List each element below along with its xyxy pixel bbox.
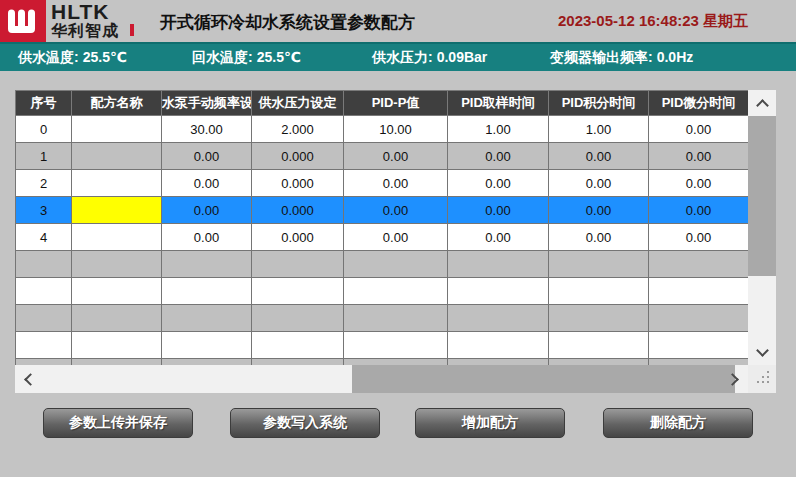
status-value: 25.5℃ — [257, 49, 301, 65]
cell-index[interactable]: 1 — [16, 143, 72, 170]
table-row[interactable]: 030.002.00010.001.001.000.00 — [16, 116, 749, 143]
cell-value[interactable]: 0.00 — [649, 116, 749, 143]
cell-value[interactable] — [649, 278, 749, 305]
table-row[interactable]: 20.000.0000.000.000.000.00 — [16, 170, 749, 197]
cell-value[interactable]: 0.00 — [344, 197, 448, 224]
cell-index[interactable] — [16, 332, 72, 359]
scroll-right-button[interactable] — [720, 365, 748, 393]
cell-value[interactable] — [448, 332, 549, 359]
cell-value[interactable]: 30.00 — [162, 116, 252, 143]
vertical-scrollbar[interactable] — [748, 90, 776, 365]
add-recipe-button[interactable]: 增加配方 — [415, 408, 565, 438]
cell-recipe-name[interactable] — [72, 224, 162, 251]
cell-recipe-name[interactable] — [72, 305, 162, 332]
cell-recipe-name[interactable] — [72, 116, 162, 143]
table-row[interactable] — [16, 305, 749, 332]
cell-value[interactable] — [162, 332, 252, 359]
cell-recipe-name[interactable] — [72, 278, 162, 305]
cell-value[interactable]: 0.00 — [549, 224, 649, 251]
cell-value[interactable]: 0.00 — [448, 224, 549, 251]
cell-value[interactable]: 0.00 — [162, 170, 252, 197]
table-row[interactable] — [16, 278, 749, 305]
column-header: PID积分时间 — [549, 91, 649, 116]
horizontal-scroll-thumb[interactable] — [352, 365, 735, 393]
cell-index[interactable]: 4 — [16, 224, 72, 251]
cell-value[interactable] — [162, 278, 252, 305]
cell-value[interactable] — [344, 251, 448, 278]
status-supply-pressure: 供水压力:0.09Bar — [372, 44, 487, 71]
cell-value[interactable]: 0.00 — [649, 224, 749, 251]
cell-value[interactable]: 0.00 — [344, 143, 448, 170]
cell-value[interactable]: 2.000 — [252, 116, 344, 143]
cell-value[interactable] — [252, 278, 344, 305]
resize-grip-icon[interactable] — [767, 371, 769, 373]
cell-value[interactable] — [252, 305, 344, 332]
cell-value[interactable] — [448, 305, 549, 332]
cell-value[interactable]: 0.00 — [649, 170, 749, 197]
cell-value[interactable] — [649, 332, 749, 359]
cell-value[interactable]: 0.000 — [252, 170, 344, 197]
cell-value[interactable]: 0.00 — [344, 224, 448, 251]
cell-value[interactable] — [252, 332, 344, 359]
table-row[interactable]: 30.000.0000.000.000.000.00 — [16, 197, 749, 224]
horizontal-scrollbar[interactable] — [15, 365, 748, 393]
cell-value[interactable]: 0.00 — [649, 143, 749, 170]
cell-value[interactable] — [649, 305, 749, 332]
cell-index[interactable]: 3 — [16, 197, 72, 224]
cell-value[interactable]: 1.00 — [448, 116, 549, 143]
cell-value[interactable]: 0.00 — [549, 170, 649, 197]
status-return-temp: 回水温度:25.5℃ — [192, 44, 301, 71]
upload-save-params-button[interactable]: 参数上传并保存 — [43, 408, 193, 438]
status-value: 0.09Bar — [437, 49, 488, 65]
cell-value[interactable]: 0.00 — [448, 143, 549, 170]
cell-index[interactable] — [16, 278, 72, 305]
cell-value[interactable]: 0.000 — [252, 224, 344, 251]
cell-value[interactable] — [162, 251, 252, 278]
scroll-down-button[interactable] — [748, 339, 776, 365]
cell-value[interactable] — [162, 305, 252, 332]
cell-value[interactable]: 10.00 — [344, 116, 448, 143]
cell-value[interactable]: 0.000 — [252, 197, 344, 224]
cell-recipe-name[interactable] — [72, 251, 162, 278]
cell-value[interactable] — [344, 305, 448, 332]
cell-value[interactable]: 0.00 — [162, 224, 252, 251]
cell-value[interactable] — [252, 251, 344, 278]
cell-value[interactable]: 0.00 — [344, 170, 448, 197]
cell-value[interactable] — [344, 332, 448, 359]
cell-value[interactable]: 0.00 — [649, 197, 749, 224]
cell-value[interactable]: 0.00 — [549, 197, 649, 224]
cell-index[interactable] — [16, 305, 72, 332]
cell-value[interactable] — [549, 278, 649, 305]
cell-value[interactable] — [649, 251, 749, 278]
cell-value[interactable] — [549, 251, 649, 278]
table-row[interactable] — [16, 332, 749, 359]
write-params-to-system-button[interactable]: 参数写入系统 — [230, 408, 380, 438]
cell-value[interactable]: 0.000 — [252, 143, 344, 170]
vertical-scroll-thumb[interactable] — [748, 116, 776, 276]
cell-recipe-name[interactable] — [72, 170, 162, 197]
cell-value[interactable] — [549, 332, 649, 359]
cell-value[interactable]: 0.00 — [448, 170, 549, 197]
scroll-left-button[interactable] — [15, 365, 43, 393]
cell-value[interactable]: 1.00 — [549, 116, 649, 143]
cell-value[interactable] — [344, 278, 448, 305]
cell-recipe-name[interactable] — [72, 197, 162, 224]
cell-value[interactable] — [549, 305, 649, 332]
cell-value[interactable] — [448, 278, 549, 305]
status-value: 25.5℃ — [83, 49, 127, 65]
cell-value[interactable]: 0.00 — [162, 197, 252, 224]
cell-recipe-name[interactable] — [72, 332, 162, 359]
cell-index[interactable] — [16, 251, 72, 278]
cell-value[interactable]: 0.00 — [162, 143, 252, 170]
table-row[interactable] — [16, 251, 749, 278]
cell-value[interactable]: 0.00 — [448, 197, 549, 224]
scroll-up-button[interactable] — [748, 90, 776, 116]
cell-recipe-name[interactable] — [72, 143, 162, 170]
delete-recipe-button[interactable]: 删除配方 — [603, 408, 753, 438]
cell-index[interactable]: 2 — [16, 170, 72, 197]
cell-value[interactable] — [448, 251, 549, 278]
cell-value[interactable]: 0.00 — [549, 143, 649, 170]
table-row[interactable]: 40.000.0000.000.000.000.00 — [16, 224, 749, 251]
table-row[interactable]: 10.000.0000.000.000.000.00 — [16, 143, 749, 170]
cell-index[interactable]: 0 — [16, 116, 72, 143]
